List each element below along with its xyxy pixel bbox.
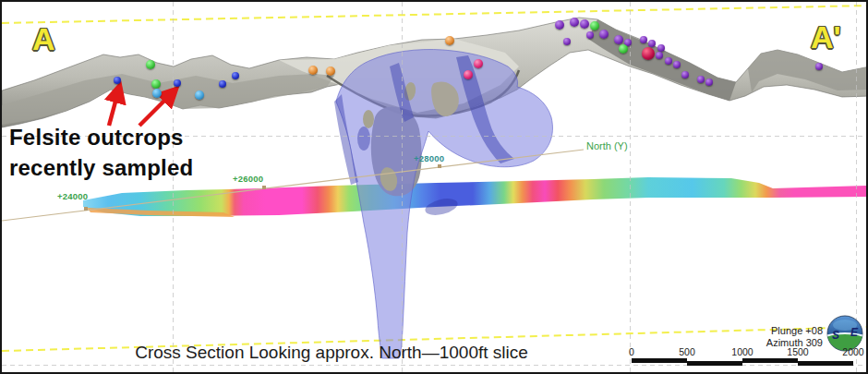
cross-section-figure: S E A A' Felsite outcrops recently sampl…	[0, 0, 868, 374]
view-orientation-info: Plunge +08 Azimuth 309	[766, 325, 823, 348]
felsite-annotation-line2: recently sampled	[9, 152, 193, 183]
blue-body-dark-patch	[357, 127, 370, 151]
terrain-ridge-shade	[588, 19, 736, 101]
figure-caption: Cross Section Looking approx. North—1000…	[101, 343, 562, 363]
orientation-globe[interactable]: S E	[827, 316, 862, 351]
section-label-a-prime: A'	[811, 19, 841, 55]
felsite-annotation: Felsite outcrops recently sampled	[9, 122, 193, 183]
globe-south-label: S	[832, 329, 839, 342]
felsite-annotation-line1: Felsite outcrops	[9, 122, 193, 152]
blue-ore-body	[334, 49, 552, 358]
section-label-a: A	[32, 21, 55, 57]
heatmap-slice	[83, 177, 868, 217]
globe-east-label: E	[850, 326, 859, 339]
north-axis-label: North (Y)	[586, 140, 628, 151]
section-3d-viewport[interactable]: S E	[2, 2, 868, 374]
plunge-value: Plunge +08	[766, 325, 823, 337]
azimuth-value: Azimuth 309	[766, 337, 823, 349]
